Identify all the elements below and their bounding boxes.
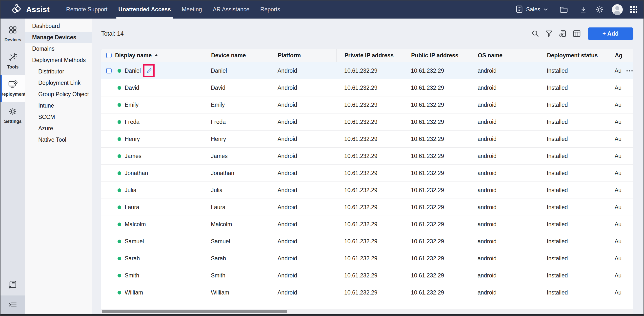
cell-deployment-status: Installed: [539, 250, 607, 267]
sidebar-item[interactable]: SCCM: [25, 111, 92, 123]
rail-item-devices[interactable]: Devices: [0, 20, 25, 48]
download-icon[interactable]: [579, 6, 587, 14]
nav-tab[interactable]: Unattended Access: [116, 1, 173, 19]
cell-display-name: Emily: [101, 96, 203, 113]
cell-os-name: android: [470, 130, 539, 147]
table-row[interactable]: Jonathan Jonathan Android 10.61.232.29 1…: [101, 165, 634, 182]
cell-public-ip: 10.61.232.29: [403, 113, 470, 130]
user-avatar[interactable]: [612, 4, 623, 15]
sidebar-item[interactable]: Dashboard: [25, 20, 92, 32]
header-deployment-status[interactable]: Deployment status: [539, 49, 607, 62]
edit-pencil-icon[interactable]: [146, 68, 152, 74]
row-checkbox[interactable]: [106, 68, 112, 73]
files-folder-icon[interactable]: [559, 6, 568, 13]
sidebar-item[interactable]: Group Policy Object: [25, 89, 92, 100]
cell-os-name: android: [470, 267, 539, 284]
nav-tab[interactable]: Reports: [258, 1, 282, 19]
cell-agent: Au: [607, 79, 634, 96]
online-status-dot: [118, 257, 121, 260]
header-agent[interactable]: Ag: [607, 49, 634, 62]
cell-agent: Au: [607, 267, 634, 284]
search-icon[interactable]: [528, 30, 542, 38]
sidebar-item[interactable]: Manage Devices: [25, 32, 92, 43]
cell-device-name: Jonathan: [203, 165, 270, 182]
portal-switcher[interactable]: Sales: [516, 5, 548, 14]
deployment-queue-icon[interactable]: [556, 30, 570, 38]
table-row[interactable]: William William Android 10.61.232.29 10.…: [101, 284, 634, 301]
table-row[interactable]: Samuel Samuel Android 10.61.232.29 10.61…: [101, 233, 634, 250]
sidebar-item[interactable]: Intune: [25, 100, 92, 111]
sidebar-item[interactable]: Domains: [25, 43, 92, 54]
cell-agent: Au: [607, 96, 634, 113]
header-private-ip[interactable]: Private IP address: [336, 49, 403, 62]
brand[interactable]: Assist: [10, 4, 50, 16]
more-actions-icon[interactable]: [626, 70, 633, 71]
rail-item-deployment[interactable]: Deployment: [0, 75, 25, 102]
rail-item-settings[interactable]: Settings: [0, 102, 25, 129]
sidebar-item[interactable]: Deployment Methods: [25, 54, 92, 66]
sidebar-item[interactable]: Native Tool: [25, 134, 92, 145]
table-row[interactable]: Smith Smith Android 10.61.232.29 10.61.2…: [101, 267, 634, 284]
apps-grid-icon[interactable]: [630, 6, 637, 13]
filter-icon[interactable]: [542, 30, 556, 38]
chevron-down-icon: [543, 8, 548, 12]
cell-os-name: android: [470, 216, 539, 233]
cell-device-name: Freda: [203, 113, 270, 130]
table-row[interactable]: Malcolm Malcolm Android 10.61.232.29 10.…: [101, 216, 634, 233]
cell-private-ip: 10.61.232.29: [336, 148, 403, 165]
annotation-highlight: [143, 64, 154, 77]
cell-agent: Au: [607, 216, 634, 233]
online-status-dot: [118, 240, 121, 243]
cell-platform: Android: [270, 165, 336, 182]
sidebar-item[interactable]: Distributor: [25, 66, 92, 77]
cell-deployment-status: Installed: [539, 130, 607, 147]
table-row[interactable]: Julia Julia Android 10.61.232.29 10.61.2…: [101, 182, 634, 199]
cell-display-name: Julia: [101, 182, 203, 199]
table-row[interactable]: Laura Laura Android 10.61.232.29 10.61.2…: [101, 199, 634, 216]
table-row[interactable]: Henry Henry Android 10.61.232.29 10.61.2…: [101, 130, 634, 148]
cell-agent: Au: [607, 250, 634, 267]
cell-platform: Android: [270, 148, 336, 165]
cell-platform: Android: [270, 250, 336, 267]
horizontal-scrollbar-thumb[interactable]: [102, 310, 287, 313]
nav-tab[interactable]: Meeting: [180, 1, 204, 19]
department-icon: [516, 5, 523, 14]
cell-deployment-status: Installed: [539, 62, 607, 79]
header-public-ip[interactable]: Public IP address: [403, 49, 470, 62]
rail-item-tools[interactable]: Tools: [0, 48, 25, 75]
gear-icon[interactable]: [596, 6, 604, 14]
cell-agent: Au: [607, 284, 634, 301]
online-status-dot: [118, 137, 121, 141]
feedback-icon[interactable]: [0, 275, 25, 295]
cell-os-name: android: [470, 113, 539, 130]
nav-tab[interactable]: AR Assistance: [211, 1, 252, 19]
table-row[interactable]: Freda Freda Android 10.61.232.29 10.61.2…: [101, 113, 634, 130]
header-device-name[interactable]: Device name: [203, 49, 270, 62]
cell-device-name: Malcolm: [203, 216, 270, 233]
cell-device-name: Smith: [203, 267, 270, 284]
table-row[interactable]: James James Android 10.61.232.29 10.61.2…: [101, 148, 634, 165]
cell-private-ip: 10.61.232.29: [336, 113, 403, 130]
header-platform[interactable]: Platform: [270, 49, 336, 62]
navbar-right: Sales: [516, 1, 637, 19]
sidebar-item[interactable]: Azure: [25, 123, 92, 134]
add-device-button[interactable]: + Add: [588, 28, 634, 40]
header-display-name[interactable]: Display name: [101, 49, 203, 62]
nav-tab[interactable]: Remote Support: [64, 1, 110, 19]
table-row[interactable]: David David Android 10.61.232.29 10.61.2…: [101, 79, 634, 96]
table-row[interactable]: Daniel Daniel Android 10.61.232.29 10.61…: [101, 62, 634, 79]
header-os-name[interactable]: OS name: [470, 49, 539, 62]
online-status-dot: [118, 103, 121, 107]
columns-icon[interactable]: [570, 30, 584, 37]
table-row[interactable]: Sarah Sarah Android 10.61.232.29 10.61.2…: [101, 250, 634, 267]
table-row[interactable]: Emily Emily Android 10.61.232.29 10.61.2…: [101, 96, 634, 113]
select-all-checkbox[interactable]: [106, 53, 112, 58]
nav-tabs: Remote Support Unattended Access Meeting…: [64, 1, 289, 19]
collapse-sidebar-icon[interactable]: [0, 295, 25, 314]
portal-name: Sales: [526, 6, 540, 13]
sidebar-item[interactable]: Deployment Link: [25, 77, 92, 89]
left-rail: Devices Tools: [0, 19, 25, 314]
horizontal-scrollbar[interactable]: [101, 309, 634, 314]
app-window: Assist Remote Support Unattended Access …: [0, 0, 644, 316]
cell-device-name: William: [203, 284, 270, 301]
